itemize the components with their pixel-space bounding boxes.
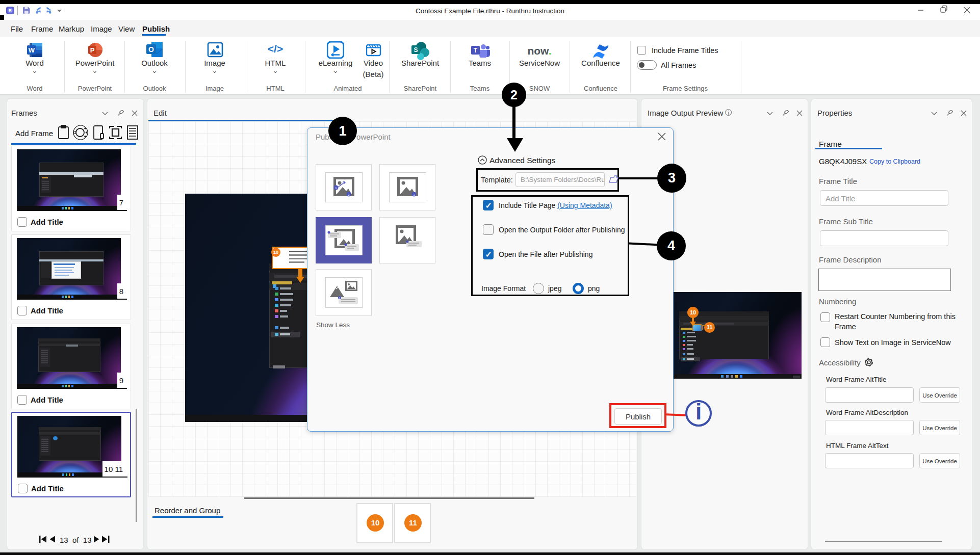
svg-text:P: P (90, 46, 95, 54)
svg-text:O: O (148, 45, 154, 54)
svg-text:1: 1 (339, 297, 341, 300)
svg-text:W: W (29, 46, 35, 54)
svg-text:S: S (414, 46, 418, 54)
svg-text:T: T (474, 47, 478, 54)
